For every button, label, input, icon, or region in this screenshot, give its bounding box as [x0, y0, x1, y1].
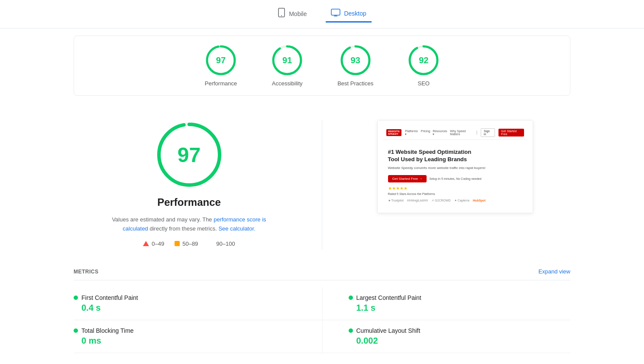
screenshot-get-started: Get Started Free [498, 129, 524, 136]
score-number-seo: 92 [419, 55, 428, 65]
score-circle-best-practices: 93 [340, 45, 371, 76]
tab-mobile[interactable]: Mobile [272, 5, 312, 23]
score-number-accessibility: 91 [282, 55, 292, 65]
metric-value-lcp: 1.1 s [349, 303, 571, 313]
metric-lcp-label-row: Largest Contentful Paint [349, 294, 571, 301]
score-number-best-practices: 93 [351, 55, 360, 65]
screenshot-sub: Website Speedy converts more website tra… [388, 166, 522, 170]
panel-divider [322, 120, 322, 250]
right-panel: WEBSITESPEEDY Platforms ▾ Pricing Resour… [340, 120, 570, 213]
desktop-icon [331, 9, 340, 19]
score-circle-seo: 92 [408, 45, 439, 76]
screenshot-logo: WEBSITESPEEDY [386, 129, 402, 136]
metric-item-tbt: Total Blocking Time 0 ms [74, 320, 322, 353]
metric-dot-cls [349, 328, 353, 333]
score-card-best-practices: 93 Best Practices [337, 45, 373, 87]
score-cards-container: 97 Performance 91 Accessibility [74, 36, 570, 96]
score-circle-performance: 97 [205, 45, 236, 76]
legend-label-green: 90–100 [216, 240, 235, 247]
screenshot-stars: ★★★★★ [388, 186, 522, 191]
metric-dot-lcp [349, 296, 353, 300]
triangle-icon [143, 241, 149, 246]
legend-item-green: 90–100 [208, 240, 235, 247]
screenshot-nav-links: Platforms ▾ Pricing Resources ▾ Why Spee… [405, 130, 473, 136]
score-label-performance: Performance [205, 80, 237, 87]
metric-item-cls: Cumulative Layout Shift 0.002 [322, 320, 571, 353]
big-score-circle: 97 [155, 120, 224, 189]
metric-fcp-label-row: First Contentful Paint [74, 294, 296, 301]
metric-item-fcp: First Contentful Paint 0.4 s [74, 287, 322, 320]
score-row: 97 Performance 91 Accessibility [74, 45, 570, 87]
desktop-tab-label: Desktop [344, 10, 366, 17]
metric-cls-label-row: Cumulative Layout Shift [349, 327, 571, 334]
score-card-performance: 97 Performance [205, 45, 237, 87]
main-content: 97 Performance Values are estimated and … [0, 103, 644, 263]
metric-dot-fcp [74, 296, 78, 300]
metrics-title: METRICS [74, 269, 99, 275]
legend-item-orange: 50–89 [175, 240, 198, 247]
score-desc-text: Values are estimated and may vary. The [112, 216, 214, 223]
mobile-icon [278, 8, 285, 20]
metrics-grid: First Contentful Paint 0.4 s Largest Con… [74, 287, 570, 353]
metric-label-fcp: First Contentful Paint [81, 294, 138, 301]
score-card-seo: 92 SEO [408, 45, 439, 87]
metrics-section: METRICS Expand view First Contentful Pai… [0, 263, 644, 364]
screenshot-setup-text: Setup in 5 minutes, No Coding needed [429, 177, 481, 180]
screenshot-cta-btn: Get Started Free → [388, 175, 427, 182]
metric-label-tbt: Total Blocking Time [81, 327, 134, 334]
legend-item-red: 0–49 [143, 240, 164, 247]
circle-icon [208, 241, 214, 246]
left-panel: 97 Performance Values are estimated and … [74, 120, 304, 247]
score-description: Values are estimated and may vary. The p… [103, 215, 276, 234]
score-number-performance: 97 [216, 55, 226, 65]
metric-tbt-label-row: Total Blocking Time [74, 327, 296, 334]
metrics-header: METRICS Expand view [74, 263, 570, 280]
expand-view-button[interactable]: Expand view [538, 268, 570, 275]
metric-value-cls: 0.002 [349, 336, 571, 346]
score-circle-accessibility: 91 [272, 45, 303, 76]
mobile-tab-label: Mobile [289, 10, 307, 17]
score-card-accessibility: 91 Accessibility [272, 45, 303, 87]
metric-value-fcp: 0.4 s [74, 303, 296, 313]
square-icon [175, 241, 180, 246]
screenshot-logos: ★ Trustpilot ###AngiList### ↗ G2CROWD ✦ … [388, 199, 522, 202]
device-toggle-bar: Mobile Desktop [0, 0, 644, 29]
legend-row: 0–49 50–89 90–100 [143, 240, 235, 247]
big-score-number: 97 [178, 143, 201, 167]
screenshot-signin: Sign in [481, 128, 495, 137]
metric-value-tbt: 0 ms [74, 336, 296, 346]
screenshot-button-row: Get Started Free → Setup in 5 minutes, N… [388, 175, 522, 182]
big-score-title: Performance [157, 196, 221, 208]
score-label-accessibility: Accessibility [272, 80, 303, 87]
metric-item-lcp: Largest Contentful Paint 1.1 s [322, 287, 571, 320]
legend-label-orange: 50–89 [182, 240, 198, 247]
score-label-best-practices: Best Practices [337, 80, 373, 87]
website-screenshot: WEBSITESPEEDY Platforms ▾ Pricing Resour… [377, 120, 533, 213]
tab-desktop[interactable]: Desktop [326, 6, 371, 23]
see-calculator-link[interactable]: See calculator. [218, 225, 255, 232]
screenshot-headline: #1 Website Speed OptimizationTool Used b… [388, 149, 522, 163]
screenshot-nav: WEBSITESPEEDY Platforms ▾ Pricing Resour… [383, 126, 527, 140]
metric-label-cls: Cumulative Layout Shift [356, 327, 421, 334]
screenshot-hero: #1 Website Speed OptimizationTool Used b… [383, 140, 527, 208]
metric-dot-tbt [74, 328, 78, 333]
svg-point-1 [281, 15, 282, 16]
legend-label-red: 0–49 [152, 240, 164, 247]
screenshot-search [476, 130, 477, 135]
score-label-seo: SEO [418, 80, 430, 87]
score-desc-text2: directly from these metrics. [149, 225, 218, 232]
screenshot-stars-label: Rated 5 Stars Across the Platforms [388, 192, 522, 195]
metric-label-lcp: Largest Contentful Paint [356, 294, 421, 301]
svg-rect-2 [331, 9, 340, 15]
